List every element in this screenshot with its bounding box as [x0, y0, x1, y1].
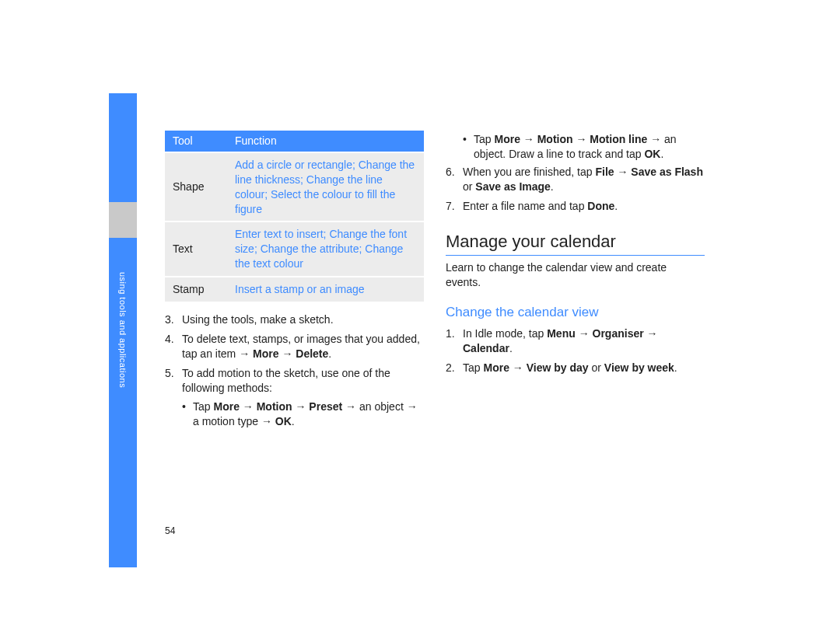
bold-run: File — [595, 166, 614, 178]
step-5: 5. To add motion to the sketch, use one … — [165, 366, 424, 396]
step-2: 2. Tap More → View by day or View by wee… — [446, 361, 705, 375]
th-function: Function — [227, 131, 424, 152]
text-run: → — [240, 400, 257, 413]
text-run: When you are finished, tap — [463, 166, 595, 178]
step-number: 4. — [165, 332, 182, 361]
step-number: 5. — [165, 366, 182, 396]
right-column: • Tap More → Motion → Motion line → an o… — [446, 131, 705, 431]
step-text: To add motion to the sketch, use one of … — [182, 366, 424, 396]
step-text: Using the tools, make a sketch. — [182, 312, 424, 327]
bullet-list: • Tap More → Motion → Preset → an object… — [182, 399, 424, 429]
text-run: . — [509, 342, 513, 354]
step-7: 7. Enter a file name and tap Done. — [446, 199, 705, 214]
cell-tool: Stamp — [165, 277, 227, 302]
bold-run: More — [494, 133, 520, 145]
cell-tool: Text — [165, 222, 227, 277]
tool-function-table: Tool Function Shape Add a circle or rect… — [165, 131, 424, 302]
text-run: → — [520, 133, 537, 145]
section-intro: Learn to change the calendar view and cr… — [446, 260, 705, 290]
th-tool: Tool — [165, 131, 227, 152]
text-run: Tap — [193, 400, 213, 413]
bold-run: OK — [644, 148, 660, 160]
text-run: . — [614, 200, 618, 212]
bold-run: More — [213, 400, 239, 413]
bullet-item: • Tap More → Motion → Motion line → an o… — [463, 132, 705, 162]
text-run: → — [644, 327, 658, 340]
section-title: Manage your calendar — [446, 230, 705, 256]
bold-run: Save as Flash — [631, 166, 703, 178]
bold-run: Menu — [547, 327, 576, 340]
bullet-list-continued: • Tap More → Motion → Motion line → an o… — [463, 132, 705, 162]
step-6: 6. When you are finished, tap File → Sav… — [446, 165, 705, 194]
bold-run: Organiser — [593, 327, 644, 340]
text-run: . — [551, 180, 554, 193]
cell-function: Add a circle or rectangle; Change the li… — [227, 152, 424, 222]
bold-run: More — [483, 361, 509, 374]
bold-run: View by week — [604, 361, 674, 374]
bullet-item: • Tap More → Motion → Preset → an object… — [182, 399, 424, 429]
bold-run: Preset — [309, 400, 342, 413]
text-run: or — [463, 180, 475, 193]
step-text: Enter a file name and tap Done. — [463, 199, 705, 214]
text-run: . — [328, 347, 331, 360]
bullet-dot: • — [463, 132, 474, 162]
text-run: Tap — [474, 133, 494, 145]
table-header-row: Tool Function — [165, 131, 424, 152]
bullet-dot: • — [182, 399, 193, 429]
bold-run: Save as Image — [475, 180, 551, 193]
step-4: 4. To delete text, stamps, or images tha… — [165, 332, 424, 361]
cell-function: Insert a stamp or an image — [227, 277, 424, 302]
bold-run: Delete — [296, 347, 328, 360]
bullet-text: Tap More → Motion → Preset → an object →… — [193, 399, 424, 429]
text-run: Tap — [463, 361, 483, 374]
step-number: 6. — [446, 165, 463, 194]
subsection-title: Change the calendar view — [446, 304, 705, 322]
bold-run: Motion — [537, 133, 573, 145]
step-text: To delete text, stamps, or images that y… — [182, 332, 424, 361]
sidebar-tab — [109, 202, 137, 238]
text-run: . — [660, 148, 663, 160]
bold-run: Done — [587, 200, 614, 212]
bold-run: Calendar — [463, 342, 509, 354]
manual-page: using tools and applications Tool Functi… — [109, 93, 736, 567]
text-run: → — [292, 400, 310, 413]
text-run: In Idle mode, tap — [463, 327, 547, 340]
bullet-text: Tap More → Motion → Motion line → an obj… — [474, 132, 705, 162]
step-number: 2. — [446, 361, 463, 375]
sidebar-section-label: using tools and applications — [109, 256, 137, 404]
step-3: 3. Using the tools, make a sketch. — [165, 312, 424, 327]
step-1: 1. In Idle mode, tap Menu → Organiser → … — [446, 326, 705, 356]
text-run: . — [292, 415, 295, 427]
left-column: Tool Function Shape Add a circle or rect… — [165, 131, 424, 431]
content-columns: Tool Function Shape Add a circle or rect… — [165, 131, 705, 431]
step-number: 1. — [446, 326, 463, 356]
text-run: → — [614, 166, 632, 178]
bold-run: OK — [275, 415, 292, 427]
text-run: → — [509, 361, 527, 374]
bold-run: Motion line — [590, 133, 647, 145]
left-step-list: 3. Using the tools, make a sketch. 4. To… — [165, 312, 424, 395]
table-row: Text Enter text to insert; Change the fo… — [165, 222, 424, 277]
text-run: → — [576, 327, 593, 340]
page-number: 54 — [165, 525, 175, 536]
cell-tool: Shape — [165, 152, 227, 222]
step-number: 7. — [446, 199, 463, 214]
text-run: → — [279, 347, 296, 360]
step-text: In Idle mode, tap Menu → Organiser → Cal… — [463, 326, 705, 356]
step-text: When you are finished, tap File → Save a… — [463, 165, 705, 194]
step-number: 3. — [165, 312, 182, 327]
bold-run: More — [253, 347, 278, 360]
text-run: → — [573, 133, 590, 145]
calendar-step-list: 1. In Idle mode, tap Menu → Organiser → … — [446, 326, 705, 375]
right-step-list: 6. When you are finished, tap File → Sav… — [446, 165, 705, 214]
text-run: . — [674, 361, 677, 374]
text-run: Enter a file name and tap — [463, 200, 587, 212]
table-row: Shape Add a circle or rectangle; Change … — [165, 152, 424, 222]
bold-run: Motion — [257, 400, 292, 413]
cell-function: Enter text to insert; Change the font si… — [227, 222, 424, 277]
step-text: Tap More → View by day or View by week. — [463, 361, 705, 375]
bold-run: View by day — [527, 361, 589, 374]
table-row: Stamp Insert a stamp or an image — [165, 277, 424, 302]
text-run: or — [589, 361, 604, 374]
